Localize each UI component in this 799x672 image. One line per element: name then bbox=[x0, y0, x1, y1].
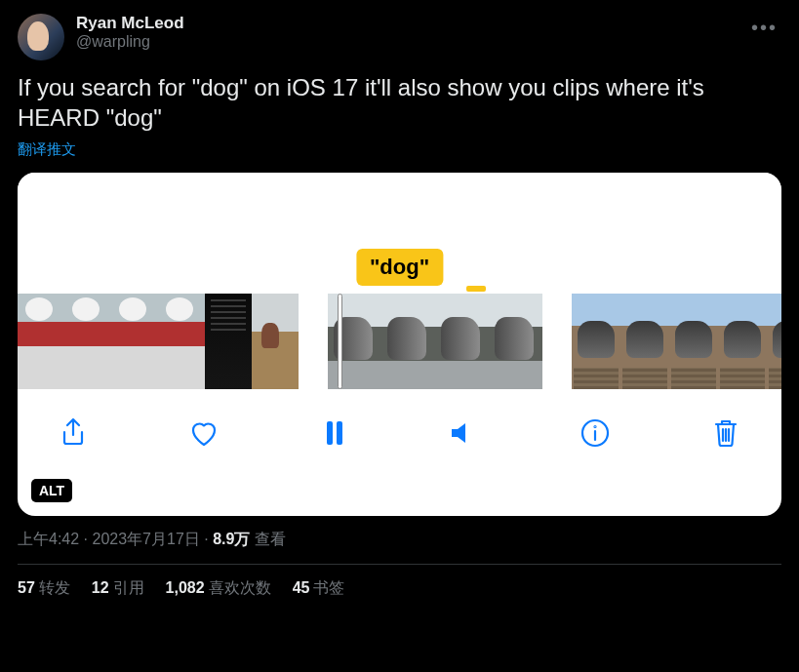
svg-rect-0 bbox=[327, 421, 333, 445]
clip-group[interactable] bbox=[328, 294, 542, 389]
search-token-label: "dog" bbox=[356, 249, 443, 286]
match-marker bbox=[466, 286, 486, 292]
media-attachment[interactable]: "dog" bbox=[18, 173, 781, 516]
pause-icon[interactable] bbox=[318, 416, 351, 450]
info-icon[interactable] bbox=[579, 416, 612, 450]
trash-icon[interactable] bbox=[709, 416, 742, 450]
share-icon[interactable] bbox=[57, 416, 90, 450]
clip-thumbnail bbox=[64, 294, 111, 389]
stat-bookmarks[interactable]: 45书签 bbox=[293, 578, 345, 599]
like-label: 喜欢次数 bbox=[209, 579, 271, 596]
stat-quotes[interactable]: 12引用 bbox=[92, 578, 144, 599]
quote-count: 12 bbox=[92, 579, 109, 596]
like-count: 1,082 bbox=[166, 579, 205, 596]
stat-likes[interactable]: 1,082喜欢次数 bbox=[166, 578, 271, 599]
clip-thumbnail bbox=[205, 294, 252, 389]
clip-group[interactable] bbox=[18, 294, 299, 389]
clip-thumbnail bbox=[435, 294, 489, 389]
tweet-container: Ryan McLeod @warpling ••• If you search … bbox=[0, 0, 799, 613]
mute-icon[interactable] bbox=[448, 416, 481, 450]
bookmark-count: 45 bbox=[293, 579, 310, 596]
clip-thumbnail bbox=[489, 294, 542, 389]
views-count: 8.9万 bbox=[213, 531, 250, 547]
quote-label: 引用 bbox=[113, 579, 144, 596]
retweet-count: 57 bbox=[18, 579, 35, 596]
clip-thumbnail bbox=[620, 294, 669, 389]
tweet-date[interactable]: 2023年7月17日 bbox=[92, 531, 199, 547]
video-toolbar bbox=[18, 389, 781, 475]
clip-thumbnail bbox=[767, 294, 781, 389]
clip-thumbnail bbox=[572, 294, 620, 389]
tweet-text: If you search for "dog" on iOS 17 it'll … bbox=[18, 72, 781, 133]
clip-thumbnail bbox=[718, 294, 767, 389]
svg-rect-1 bbox=[337, 421, 342, 445]
user-handle: @warpling bbox=[76, 33, 736, 51]
tweet-time[interactable]: 上午4:42 bbox=[18, 531, 79, 547]
alt-badge[interactable]: ALT bbox=[31, 479, 72, 502]
svg-point-5 bbox=[595, 426, 596, 427]
stat-retweets[interactable]: 57转发 bbox=[18, 578, 70, 599]
more-icon[interactable]: ••• bbox=[747, 14, 781, 41]
heart-icon[interactable] bbox=[187, 416, 220, 450]
media-top-area: "dog" bbox=[18, 173, 781, 294]
tweet-meta: 上午4:42 · 2023年7月17日 · 8.9万 查看 bbox=[18, 530, 781, 565]
tweet-header: Ryan McLeod @warpling ••• bbox=[18, 14, 781, 60]
clip-thumbnail bbox=[18, 294, 64, 389]
retweet-label: 转发 bbox=[39, 579, 70, 596]
video-timeline[interactable] bbox=[18, 294, 781, 389]
display-name: Ryan McLeod bbox=[76, 14, 736, 33]
views-label: 查看 bbox=[255, 531, 286, 547]
clip-thumbnail bbox=[252, 294, 299, 389]
clip-thumbnail bbox=[381, 294, 435, 389]
clip-group[interactable] bbox=[572, 294, 781, 389]
clip-thumbnail bbox=[328, 294, 381, 389]
tweet-stats: 57转发 12引用 1,082喜欢次数 45书签 bbox=[18, 565, 781, 599]
bookmark-label: 书签 bbox=[313, 579, 344, 596]
clip-thumbnail bbox=[669, 294, 718, 389]
translate-link[interactable]: 翻译推文 bbox=[18, 140, 76, 159]
clip-thumbnail bbox=[111, 294, 158, 389]
playhead[interactable] bbox=[338, 294, 342, 389]
avatar[interactable] bbox=[18, 14, 64, 60]
author-block[interactable]: Ryan McLeod @warpling bbox=[76, 14, 736, 51]
clip-thumbnail bbox=[158, 294, 205, 389]
